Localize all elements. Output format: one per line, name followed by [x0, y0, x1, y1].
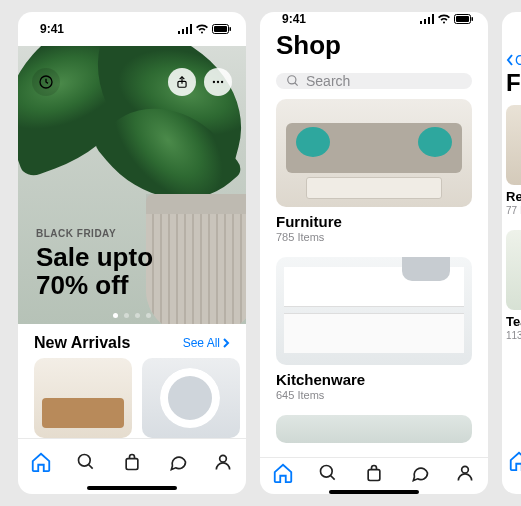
back-label: Cat	[515, 52, 521, 68]
tab-profile[interactable]	[450, 458, 480, 488]
tab-home[interactable]	[268, 458, 298, 488]
more-button[interactable]	[204, 68, 232, 96]
see-all-link[interactable]: See All	[183, 336, 230, 350]
product-title: Tea	[506, 314, 521, 329]
svg-point-11	[221, 81, 223, 83]
svg-rect-6	[230, 27, 232, 31]
svg-rect-2	[186, 27, 188, 34]
wifi-icon	[195, 24, 209, 34]
category-title: Furniture	[276, 213, 472, 230]
home-indicator	[87, 486, 177, 490]
category-image	[276, 99, 472, 207]
back-button[interactable]: Cat	[502, 46, 521, 69]
svg-rect-15	[420, 21, 422, 24]
shop-header: Shop	[260, 26, 488, 65]
cellular-icon	[420, 14, 434, 24]
chevron-right-icon	[222, 338, 230, 348]
status-time: 9:41	[282, 12, 306, 26]
phone-home: 9:41 BLACK FRIDAY Sa	[18, 12, 246, 494]
tab-search[interactable]	[71, 447, 101, 477]
tab-bar	[18, 438, 246, 494]
svg-rect-20	[456, 16, 469, 22]
share-button[interactable]	[168, 68, 196, 96]
category-furniture[interactable]: Furniture 785 Items	[276, 99, 472, 243]
svg-point-22	[288, 76, 296, 84]
category-kitchenware[interactable]: Kitchenware 645 Items	[276, 257, 472, 401]
history-button[interactable]	[32, 68, 60, 96]
phone-category-detail: Cat Fu Rea 77 It Tea 113 I	[502, 12, 521, 494]
category-subtitle: 785 Items	[276, 231, 472, 243]
page-title: Shop	[276, 30, 472, 61]
tab-chat[interactable]	[163, 447, 193, 477]
section-title: New Arrivals	[34, 334, 130, 352]
svg-rect-5	[214, 26, 227, 32]
tab-bar	[502, 438, 521, 494]
product-subtitle: 77 It	[506, 205, 521, 216]
status-bar: 9:41	[260, 12, 488, 26]
svg-rect-18	[432, 14, 434, 24]
category-image	[276, 257, 472, 365]
tab-profile[interactable]	[208, 447, 238, 477]
svg-point-9	[213, 81, 215, 83]
svg-rect-13	[126, 458, 138, 469]
tab-home[interactable]	[504, 446, 522, 476]
status-bar: 9:41	[18, 12, 246, 46]
new-arrivals-header: New Arrivals See All	[18, 324, 246, 358]
product-card[interactable]	[34, 358, 132, 438]
svg-point-10	[217, 81, 219, 83]
tab-home[interactable]	[26, 447, 56, 477]
status-icons	[178, 24, 232, 34]
page-indicator	[18, 313, 246, 318]
tab-chat[interactable]	[405, 458, 435, 488]
svg-point-25	[462, 466, 469, 473]
battery-icon	[454, 14, 474, 24]
search-input[interactable]: Search	[276, 73, 472, 89]
hero-text: BLACK FRIDAY Sale upto 70% off	[36, 228, 206, 300]
hero-banner[interactable]: BLACK FRIDAY Sale upto 70% off	[18, 46, 246, 324]
status-time: 9:41	[40, 22, 64, 36]
search-icon	[286, 74, 300, 88]
see-all-label: See All	[183, 336, 220, 350]
tab-search[interactable]	[313, 458, 343, 488]
svg-rect-21	[472, 17, 474, 21]
category-subtitle: 645 Items	[276, 389, 472, 401]
chevron-left-icon	[506, 54, 514, 66]
phone-shop: 9:41 Shop Search Furniture 785 Items Kit…	[260, 12, 488, 494]
product-tile[interactable]	[506, 105, 521, 185]
svg-rect-1	[182, 29, 184, 34]
page-title: Fu	[502, 69, 521, 97]
product-subtitle: 113 I	[506, 330, 521, 341]
svg-rect-3	[190, 24, 192, 34]
category-image	[276, 415, 472, 443]
tab-bar	[260, 457, 488, 494]
product-card[interactable]	[142, 358, 240, 438]
svg-point-12	[79, 454, 91, 466]
new-arrivals-scroller[interactable]	[18, 358, 246, 438]
home-indicator	[329, 490, 419, 494]
svg-rect-24	[368, 470, 380, 481]
category-title: Kitchenware	[276, 371, 472, 388]
search-placeholder: Search	[306, 73, 350, 89]
product-tile[interactable]	[506, 230, 521, 310]
hero-tag: BLACK FRIDAY	[36, 228, 206, 239]
svg-rect-17	[428, 17, 430, 24]
tab-bag[interactable]	[117, 447, 147, 477]
wifi-icon	[437, 14, 451, 24]
battery-icon	[212, 24, 232, 34]
hero-headline: Sale upto 70% off	[36, 243, 206, 300]
status-icons	[420, 14, 474, 24]
svg-rect-16	[424, 19, 426, 24]
category-more[interactable]	[276, 415, 472, 443]
product-title: Rea	[506, 189, 521, 204]
cellular-icon	[178, 24, 192, 34]
tab-bag[interactable]	[359, 458, 389, 488]
svg-point-23	[321, 466, 333, 478]
svg-rect-0	[178, 31, 180, 34]
svg-point-14	[220, 455, 227, 462]
